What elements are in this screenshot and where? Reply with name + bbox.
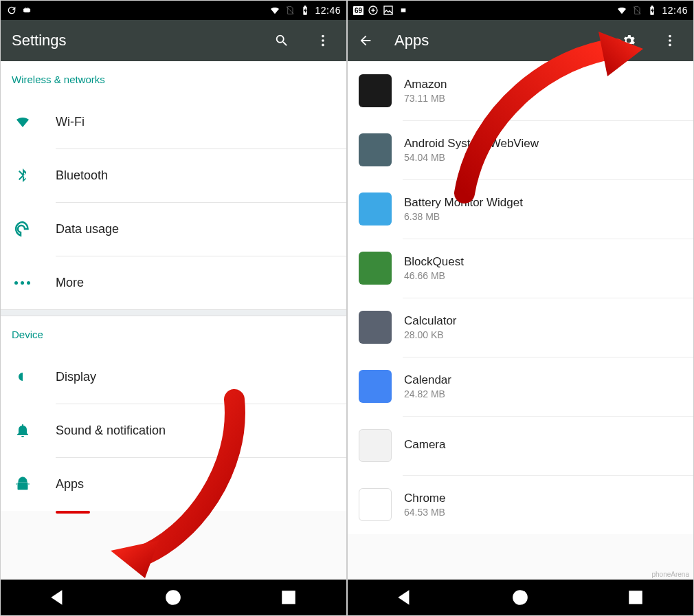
app-row[interactable]: BlockQuest46.66 MB [348,239,693,298]
row-label: Data usage [56,222,335,236]
app-name: Chrome [404,492,445,505]
section-device: Device [1,316,346,350]
app-icon [359,370,392,403]
android-debug-icon [21,5,32,16]
app-row[interactable]: Camera [348,416,693,475]
more-vert-icon [315,33,331,48]
gear-icon [621,33,636,48]
app-size: 54.04 MB [404,152,539,163]
image-icon [383,5,394,16]
app-icon [359,488,392,521]
no-sim-icon [631,5,642,16]
nav-home-icon[interactable] [511,588,529,606]
status-bar: 12:46 [1,1,346,20]
watermark: phoneArena [652,571,690,578]
overflow-button[interactable] [658,33,682,48]
overflow-button[interactable] [311,33,335,48]
battery-charging-icon [647,5,658,16]
phone-apps: 69 12:46 Apps Amazon73.11 MBAndroid Syst… [347,0,694,616]
row-data-usage[interactable]: Data usage [1,202,346,256]
nav-back-icon[interactable] [49,588,67,606]
app-name: Calendar [404,373,451,387]
back-button[interactable] [353,33,378,48]
app-name: Android System WebView [404,137,539,151]
apps-list[interactable]: Amazon73.11 MBAndroid System WebView54.0… [348,61,693,580]
svg-rect-6 [384,6,392,14]
row-bluetooth[interactable]: Bluetooth [1,148,346,202]
app-row[interactable]: Battery Monitor Widget6.38 MB [348,179,693,239]
nav-home-icon[interactable] [164,588,182,606]
notifications-icon [14,422,31,439]
nav-back-icon[interactable] [396,588,414,606]
svg-point-3 [167,591,181,604]
bluetooth-icon [14,167,31,184]
configure-button[interactable] [616,33,641,48]
row-label: Apps [56,477,335,492]
apps-icon [14,476,31,492]
app-name: Calculator [404,314,457,328]
nav-bar [1,580,346,615]
refresh-icon [6,5,17,16]
app-row[interactable]: Calendar24.82 MB [348,357,693,416]
svg-point-7 [669,35,671,38]
svg-point-0 [322,35,324,38]
app-status-icon [368,5,379,16]
app-icon [359,311,392,344]
nav-recent-icon[interactable] [627,588,645,606]
app-row[interactable]: Amazon73.11 MB [348,61,693,120]
svg-point-2 [322,44,324,47]
row-label: Bluetooth [56,168,335,183]
app-name: Amazon [404,78,447,91]
app-icon [359,74,392,107]
row-apps[interactable]: Apps [1,457,346,511]
app-size: 46.66 MB [404,270,464,281]
nav-bar [348,580,693,615]
battery-charging-icon [300,5,311,16]
display-icon [14,368,31,385]
nav-recent-icon[interactable] [280,588,298,606]
app-row[interactable]: Android System WebView54.04 MB [348,120,693,179]
annotation-underline [56,511,90,514]
app-row[interactable]: Chrome64.53 MB [348,475,693,534]
svg-point-10 [514,591,528,604]
badge-icon: 69 [353,6,363,15]
row-label: More [56,276,335,290]
app-icon [359,192,392,226]
app-size: 6.38 MB [404,211,523,222]
status-time: 12:46 [315,5,341,16]
app-size: 24.82 MB [404,388,451,399]
data-usage-icon [14,221,31,237]
search-icon [274,33,289,48]
svg-point-9 [669,44,671,47]
svg-point-8 [669,39,671,42]
app-name: Camera [404,438,445,452]
settings-content[interactable]: Wireless & networks Wi-Fi Bluetooth Data… [1,61,346,580]
no-sim-icon [284,5,295,16]
app-row[interactable]: Calculator28.00 KB [348,298,693,357]
app-size: 73.11 MB [404,93,447,104]
svg-rect-4 [282,591,294,603]
row-more[interactable]: More [1,256,346,309]
section-wireless: Wireless & networks [1,61,346,95]
row-label: Sound & notification [56,424,335,438]
status-time: 12:46 [662,5,688,16]
more-vert-icon [662,33,678,48]
row-wifi[interactable]: Wi-Fi [1,95,346,148]
section-divider [1,309,346,316]
more-horiz-icon [14,281,30,285]
arrow-back-icon [358,33,373,48]
app-name: BlockQuest [404,255,464,269]
svg-point-1 [322,39,324,42]
appbar-apps: Apps [348,20,693,61]
row-sound[interactable]: Sound & notification [1,404,346,457]
app-name: Battery Monitor Widget [404,196,523,210]
row-label: Display [56,370,335,384]
app-icon [359,429,392,462]
app-size: 28.00 KB [404,329,457,340]
wifi-icon [616,5,627,16]
row-display[interactable]: Display [1,350,346,404]
android-debug-icon [398,5,409,16]
status-bar: 69 12:46 [348,1,693,20]
search-button[interactable] [269,33,294,48]
app-size: 64.53 MB [404,507,445,518]
